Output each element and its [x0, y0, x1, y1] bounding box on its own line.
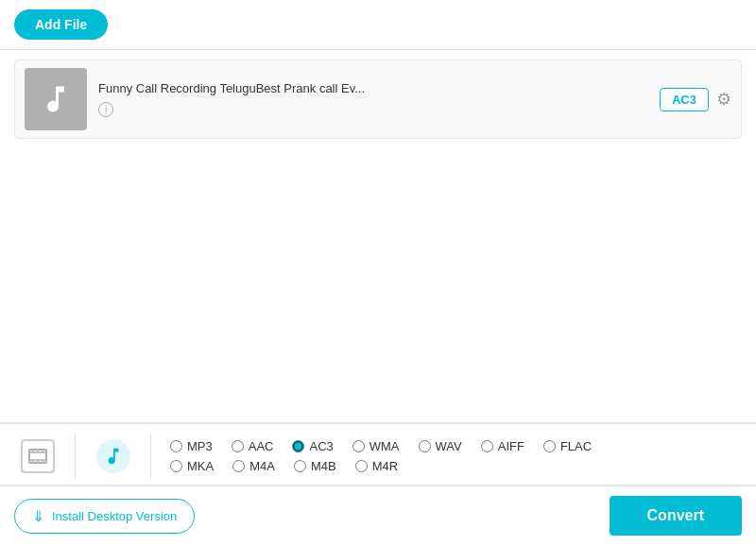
tab-audio[interactable]	[76, 434, 151, 479]
format-option-aiff[interactable]: AIFF	[481, 439, 524, 453]
format-radio-mp3[interactable]	[170, 440, 182, 452]
format-badge[interactable]: AC3	[660, 88, 709, 111]
file-item: Funny Call Recording TeluguBest Prank ca…	[14, 60, 742, 139]
format-label-m4a: M4A	[249, 459, 275, 473]
music-note-icon	[39, 82, 73, 116]
format-label-m4b: M4B	[311, 459, 336, 473]
format-label-mp3: MP3	[187, 439, 213, 453]
format-label-ac3: AC3	[309, 439, 333, 453]
file-name: Funny Call Recording TeluguBest Prank ca…	[98, 81, 648, 95]
format-row-1: MP3 AAC AC3 WMA WAV	[170, 439, 737, 453]
format-option-ac3[interactable]: AC3	[292, 439, 333, 453]
format-label-m4r: M4R	[372, 459, 398, 473]
format-radio-ac3[interactable]	[292, 440, 304, 452]
file-thumbnail	[25, 68, 87, 130]
format-label-wav: WAV	[436, 439, 462, 453]
format-radio-m4a[interactable]	[232, 460, 245, 472]
top-bar: Add File	[0, 0, 756, 50]
info-icon[interactable]: i	[98, 102, 113, 117]
format-radio-mka[interactable]	[170, 460, 182, 472]
audio-note-icon	[103, 446, 124, 467]
format-option-mka[interactable]: MKA	[170, 459, 214, 473]
tab-video[interactable]	[0, 434, 76, 479]
format-label-flac: FLAC	[560, 439, 592, 453]
format-radio-flac[interactable]	[543, 440, 556, 452]
install-label: Install Desktop Version	[52, 509, 177, 523]
format-option-flac[interactable]: FLAC	[543, 439, 592, 453]
file-list-area: Funny Call Recording TeluguBest Prank ca…	[0, 50, 756, 423]
format-label-mka: MKA	[187, 459, 214, 473]
format-row-2: MKA M4A M4B M4R	[170, 459, 737, 473]
format-radio-m4r[interactable]	[355, 460, 368, 472]
format-label-aiff: AIFF	[498, 439, 524, 453]
video-tab-icon	[21, 439, 55, 473]
action-bar: ⇓ Install Desktop Version Convert	[0, 485, 756, 545]
format-radio-aiff[interactable]	[481, 440, 493, 452]
audio-tab-icon	[96, 439, 130, 473]
bottom-section: MP3 AAC AC3 WMA WAV	[0, 423, 756, 545]
file-actions: AC3 ⚙	[660, 88, 731, 111]
add-file-button[interactable]: Add File	[14, 9, 108, 40]
format-tabs-row: MP3 AAC AC3 WMA WAV	[0, 424, 756, 485]
format-label-wma: WMA	[369, 439, 400, 453]
format-option-wav[interactable]: WAV	[419, 439, 462, 453]
format-radio-aac[interactable]	[232, 440, 244, 452]
format-radio-wav[interactable]	[419, 440, 431, 452]
film-icon	[28, 449, 47, 464]
format-option-m4b[interactable]: M4B	[294, 459, 336, 473]
settings-icon[interactable]: ⚙	[716, 89, 731, 110]
format-radio-wma[interactable]	[352, 440, 365, 452]
convert-button[interactable]: Convert	[610, 496, 742, 536]
format-option-wma[interactable]: WMA	[352, 439, 400, 453]
format-label-aac: AAC	[249, 439, 274, 453]
download-icon: ⇓	[32, 507, 44, 525]
format-radio-m4b[interactable]	[294, 460, 306, 472]
format-option-m4r[interactable]: M4R	[355, 459, 398, 473]
format-options: MP3 AAC AC3 WMA WAV	[151, 434, 756, 479]
file-info: Funny Call Recording TeluguBest Prank ca…	[87, 81, 660, 117]
format-option-m4a[interactable]: M4A	[232, 459, 275, 473]
format-option-mp3[interactable]: MP3	[170, 439, 213, 453]
format-option-aac[interactable]: AAC	[232, 439, 274, 453]
install-desktop-button[interactable]: ⇓ Install Desktop Version	[14, 499, 195, 534]
